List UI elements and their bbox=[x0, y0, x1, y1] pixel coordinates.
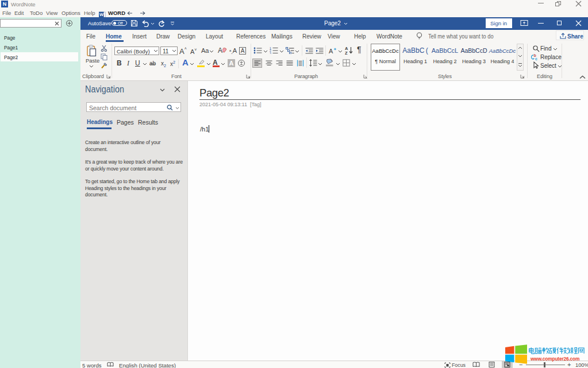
svg-text:A: A bbox=[329, 48, 333, 55]
svg-text:W: W bbox=[99, 12, 104, 17]
svg-text:Z: Z bbox=[345, 51, 348, 55]
svg-text:c: c bbox=[535, 57, 537, 61]
svg-text:3: 3 bbox=[270, 52, 271, 55]
